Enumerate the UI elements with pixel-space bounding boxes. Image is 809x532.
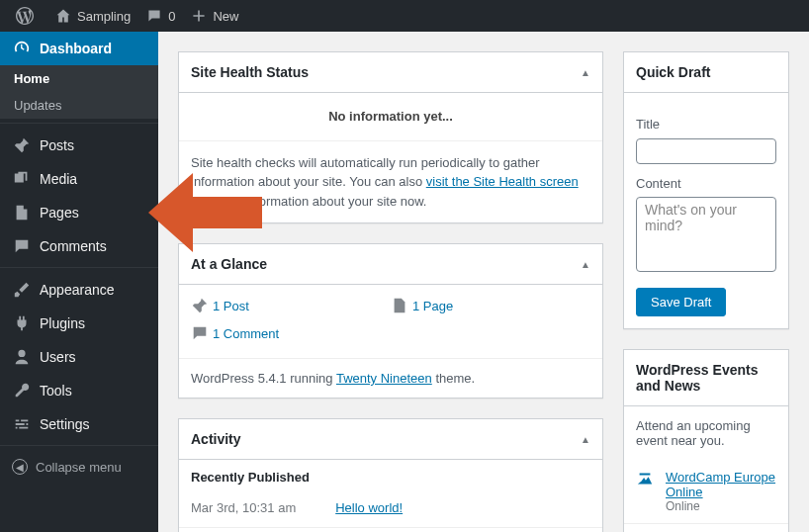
pin-icon [12, 136, 32, 154]
toggle-panel[interactable]: ▲ [581, 434, 590, 445]
menu-users[interactable]: Users [0, 340, 158, 374]
toggle-panel[interactable]: ▲ [581, 67, 590, 78]
save-draft-button[interactable]: Save Draft [636, 288, 726, 316]
glance-grid: 1 Post 1 Page 1 Comment [179, 285, 602, 359]
at-a-glance-box: At a Glance ▲ 1 Post 1 Page [178, 243, 603, 399]
menu-media-label: Media [40, 171, 77, 187]
quick-draft-box: Quick Draft Title Content Save Draft [623, 51, 789, 329]
recently-published-heading: Recently Published [179, 460, 602, 494]
quick-draft-form: Title Content Save Draft [624, 93, 788, 328]
menu-appearance[interactable]: Appearance [0, 273, 158, 307]
site-health-header: Site Health Status ▲ [179, 52, 602, 93]
glance-title: At a Glance [191, 256, 267, 272]
menu-tools-label: Tools [40, 383, 72, 399]
quick-draft-title: Quick Draft [636, 64, 710, 80]
wordcamp-icon [636, 470, 656, 488]
page-icon [391, 297, 412, 314]
menu-plugins[interactable]: Plugins [0, 307, 158, 340]
menu-separator [0, 441, 158, 446]
events-title: WordPress Events and News [636, 362, 776, 394]
event-link[interactable]: WordCamp Europe Online [666, 470, 775, 499]
wordpress-icon [16, 7, 34, 25]
comments-menu[interactable]: 0 [138, 0, 183, 32]
site-health-link[interactable]: visit the Site Health screen [426, 174, 579, 189]
user-icon [12, 348, 32, 366]
collapse-menu[interactable]: ◀ Collapse menu [0, 451, 158, 483]
events-box: WordPress Events and News Attend an upco… [623, 349, 789, 533]
glance-posts[interactable]: 1 Post [191, 297, 391, 314]
theme-link[interactable]: Twenty Nineteen [336, 371, 432, 386]
main-column: Site Health Status ▲ No information yet.… [178, 51, 603, 532]
activity-header: Activity ▲ [179, 419, 602, 460]
draft-content-label: Content [636, 174, 776, 194]
plus-icon [191, 8, 207, 24]
menu-separator [0, 119, 158, 124]
menu-media[interactable]: Media [0, 162, 158, 196]
collapse-icon: ◀ [12, 459, 28, 475]
menu-dashboard-label: Dashboard [40, 41, 112, 56]
activity-date: Mar 3rd, 10:31 am [191, 500, 296, 515]
admin-toolbar: Sampling 0 New [0, 0, 809, 32]
side-column: Quick Draft Title Content Save Draft Wor… [623, 51, 789, 532]
menu-users-label: Users [40, 349, 76, 365]
event-item: WordCamp Europe Online Online [624, 460, 788, 524]
site-name-menu[interactable]: Sampling [47, 0, 138, 32]
new-label: New [213, 9, 238, 24]
dashboard-content: Site Health Status ▲ No information yet.… [158, 32, 809, 532]
submenu-dashboard: Home Updates [0, 65, 158, 119]
plug-icon [12, 314, 32, 332]
menu-posts[interactable]: Posts [0, 129, 158, 162]
activity-post-link[interactable]: Hello world! [335, 500, 403, 515]
activity-row: Mar 3rd, 10:31 am Hello world! [179, 494, 602, 528]
sliders-icon [12, 415, 32, 433]
events-header: WordPress Events and News [624, 350, 788, 406]
collapse-label: Collapse menu [36, 460, 122, 475]
menu-comments[interactable]: Comments [0, 229, 158, 263]
menu-tools[interactable]: Tools [0, 374, 158, 407]
site-name-label: Sampling [77, 9, 131, 24]
submenu-home[interactable]: Home [0, 65, 158, 92]
brush-icon [12, 281, 32, 299]
menu-dashboard[interactable]: Dashboard [0, 32, 158, 65]
event-text: WordCamp Europe Online Online [666, 470, 776, 513]
menu-comments-label: Comments [40, 238, 107, 254]
draft-content-input[interactable] [636, 197, 776, 272]
comment-icon [146, 8, 162, 24]
draft-title-label: Title [636, 115, 776, 134]
menu-appearance-label: Appearance [40, 282, 115, 298]
site-health-box: Site Health Status ▲ No information yet.… [178, 51, 603, 223]
wrench-icon [12, 382, 32, 399]
site-health-status: No information yet... [179, 93, 602, 141]
news-link-1[interactable]: The Month in WordPress: May [624, 524, 788, 533]
draft-title-input[interactable] [636, 138, 776, 164]
events-desc: Attend an upcoming event near you. [624, 406, 788, 460]
comment-count: 0 [168, 9, 175, 24]
glance-footer: WordPress 5.4.1 running Twenty Nineteen … [179, 359, 602, 398]
wp-logo-menu[interactable] [8, 0, 47, 32]
page-icon [12, 204, 32, 222]
menu-pages-label: Pages [40, 205, 79, 221]
quick-draft-header: Quick Draft [624, 52, 788, 93]
site-health-title: Site Health Status [191, 64, 309, 80]
submenu-updates[interactable]: Updates [0, 92, 158, 119]
glance-header: At a Glance ▲ [179, 244, 602, 285]
menu-posts-label: Posts [40, 137, 74, 153]
site-health-desc: Site health checks will automatically ru… [179, 141, 602, 223]
dashboard-icon [12, 40, 32, 57]
admin-sidebar: Dashboard Home Updates Posts Media Pages… [0, 32, 158, 532]
glance-pages[interactable]: 1 Page [391, 297, 590, 314]
comment-icon [191, 324, 213, 342]
pin-icon [191, 297, 213, 314]
menu-settings[interactable]: Settings [0, 407, 158, 441]
menu-plugins-label: Plugins [40, 315, 85, 331]
home-icon [55, 8, 71, 24]
new-content-menu[interactable]: New [183, 0, 246, 32]
media-icon [12, 170, 32, 188]
activity-title: Activity [191, 431, 241, 447]
activity-box: Activity ▲ Recently Published Mar 3rd, 1… [178, 418, 603, 532]
comments-icon [12, 237, 32, 255]
glance-comments[interactable]: 1 Comment [191, 324, 590, 342]
toggle-panel[interactable]: ▲ [581, 259, 590, 270]
menu-settings-label: Settings [40, 416, 90, 432]
menu-pages[interactable]: Pages [0, 196, 158, 229]
